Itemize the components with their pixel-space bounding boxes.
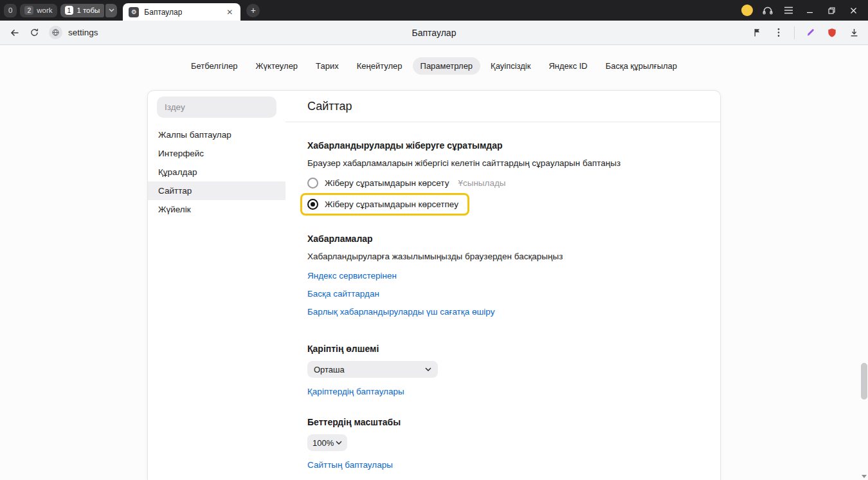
notification-requests-description: Браузер хабарламаларын жібергісі келетін… xyxy=(307,158,698,168)
tab-group-work[interactable]: 2 work xyxy=(20,4,57,17)
recommended-hint: Ұсынылады xyxy=(458,178,505,188)
window-restore-button[interactable] xyxy=(820,0,842,21)
nav-settings[interactable]: Параметрлер xyxy=(413,57,481,75)
settings-search-input[interactable] xyxy=(157,97,276,118)
scrollbar-down-arrow-icon[interactable] xyxy=(862,475,867,478)
sidebar-item-general[interactable]: Жалпы баптаулар xyxy=(148,125,285,144)
tab-group-zero-count: 0 xyxy=(8,6,12,14)
sidebar-search xyxy=(148,97,285,118)
page-zoom-heading: Беттердің масштабы xyxy=(307,417,698,427)
tabbar-right-cluster xyxy=(737,0,864,21)
nav-extensions[interactable]: Кеңейтулер xyxy=(349,57,410,75)
tab-group-active-label: 1 тобы xyxy=(77,6,100,14)
title-divider xyxy=(285,122,720,122)
avatar-icon xyxy=(741,5,753,16)
nav-history[interactable]: Тарих xyxy=(308,57,347,75)
tab-group-active-count: 1 xyxy=(65,6,74,15)
sidebar-item-interface[interactable]: Интерфейс xyxy=(148,144,285,163)
sidebar-list: Жалпы баптаулар Интерфейс Құралдар Сайтт… xyxy=(148,125,285,219)
headphones-button[interactable] xyxy=(757,0,778,21)
bookmark-flag-icon xyxy=(752,28,762,37)
bookmark-button[interactable] xyxy=(748,24,766,42)
back-arrow-icon xyxy=(10,28,20,38)
toolbar-page-title: Баптаулар xyxy=(412,28,457,38)
browser-toolbar: settings Баптаулар xyxy=(0,21,868,45)
scrollbar-thumb[interactable] xyxy=(861,363,867,400)
kebab-menu-icon xyxy=(777,28,780,37)
profile-avatar[interactable] xyxy=(737,0,757,21)
tab-group-zero[interactable]: 0 xyxy=(4,4,17,17)
sidebar-item-tools[interactable]: Құралдар xyxy=(148,163,285,181)
close-icon xyxy=(850,7,857,14)
settings-card: Жалпы баптаулар Интерфейс Құралдар Сайтт… xyxy=(147,90,721,480)
back-button[interactable] xyxy=(5,23,24,42)
tab-group-work-count: 2 xyxy=(24,6,33,15)
tab-group-work-label: work xyxy=(37,6,52,14)
nav-security[interactable]: Қауіпсіздік xyxy=(483,57,538,75)
new-tab-button[interactable]: + xyxy=(246,4,260,17)
settings-top-nav: Бетбелгілер Жүктеулер Тарих Кеңейтулер П… xyxy=(0,45,868,75)
browser-window: 0 2 work 1 1 тобы ⚙ Баптаулар ✕ + xyxy=(0,0,868,480)
nav-bookmarks[interactable]: Бетбелгілер xyxy=(183,57,246,75)
link-font-settings[interactable]: Қаріптердің баптаулары xyxy=(307,387,404,396)
address-text: settings xyxy=(68,28,98,37)
radio-checked-icon[interactable] xyxy=(307,199,318,210)
tab-close-icon[interactable]: ✕ xyxy=(224,7,235,17)
tab-settings[interactable]: ⚙ Баптаулар ✕ xyxy=(123,3,240,21)
tab-bar: 0 2 work 1 1 тобы ⚙ Баптаулар ✕ + xyxy=(0,0,868,21)
chevron-down-icon xyxy=(425,367,431,371)
nav-other-devices[interactable]: Басқа құрылғылар xyxy=(598,57,685,75)
chevron-down-icon xyxy=(109,8,114,12)
browser-menu-button[interactable] xyxy=(778,0,799,21)
nav-downloads[interactable]: Жүктеулер xyxy=(248,57,306,75)
window-close-button[interactable] xyxy=(842,0,864,21)
sidebar-item-system[interactable]: Жүйелік xyxy=(148,200,285,219)
window-minimize-button[interactable] xyxy=(799,0,820,21)
notifications-heading: Хабарламалар xyxy=(307,234,698,244)
radio-option-hide-label: Жіберу сұратымдарын көрсетпеу xyxy=(325,199,458,209)
more-menu-button[interactable] xyxy=(770,24,788,42)
radio-option-hide-requests[interactable]: Жіберу сұратымдарын көрсетпеу xyxy=(307,199,458,210)
edit-pen-button[interactable] xyxy=(801,24,819,42)
tab-group-active[interactable]: 1 1 тобы xyxy=(60,4,105,17)
download-icon xyxy=(849,28,859,37)
toolbar-right-cluster xyxy=(748,24,863,42)
radio-option-show-label: Жіберу сұратымдарын көрсету xyxy=(325,178,449,188)
radio-unchecked-icon[interactable] xyxy=(307,178,318,189)
settings-gear-favicon-icon: ⚙ xyxy=(129,7,139,17)
refresh-icon xyxy=(30,28,39,37)
radio-option-show-requests[interactable]: Жіберу сұратымдарын көрсету Ұсынылады xyxy=(307,178,698,189)
link-other-sites[interactable]: Басқа сайттардан xyxy=(307,289,379,299)
settings-page: Бетбелгілер Жүктеулер Тарих Кеңейтулер П… xyxy=(0,45,868,480)
notifications-description: Хабарландыруларға жазылымыңызды браузерд… xyxy=(307,252,698,261)
download-button[interactable] xyxy=(845,24,863,42)
settings-sidebar: Жалпы баптаулар Интерфейс Құралдар Сайтт… xyxy=(148,91,285,480)
link-mute-all-3h[interactable]: Барлық хабарландыруларды үш сағатқа өшір… xyxy=(307,307,494,317)
page-zoom-value: 100% xyxy=(312,438,334,448)
nav-yandex-id[interactable]: Яндекс ID xyxy=(541,57,595,75)
page-title: Сайттар xyxy=(307,100,698,113)
site-globe-icon xyxy=(49,26,62,39)
tab-title: Баптаулар xyxy=(144,8,182,17)
tab-group-chevron-button[interactable] xyxy=(105,4,117,17)
chevron-down-icon xyxy=(336,441,342,445)
link-site-settings[interactable]: Сайттың баптаулары xyxy=(307,460,393,470)
sidebar-item-sites[interactable]: Сайттар xyxy=(148,181,285,200)
protect-shield-icon xyxy=(827,28,837,38)
minimize-icon xyxy=(806,7,813,14)
edit-pen-icon xyxy=(806,28,815,37)
headphones-icon xyxy=(763,6,773,15)
address-bar[interactable]: settings xyxy=(49,26,98,39)
toolbar-divider xyxy=(794,26,795,39)
link-yandex-services[interactable]: Яндекс сервистерінен xyxy=(307,271,397,281)
page-zoom-select[interactable]: 100% xyxy=(307,434,347,451)
font-size-select[interactable]: Орташа xyxy=(307,361,438,378)
highlight-box: Жіберу сұратымдарын көрсетпеу xyxy=(300,193,469,216)
font-size-heading: Қаріптің өлшемі xyxy=(307,344,698,354)
restore-icon xyxy=(828,7,835,14)
settings-panel: Сайттар Хабарландыруларды жіберуге сұрат… xyxy=(285,91,720,480)
refresh-button[interactable] xyxy=(24,23,44,42)
hamburger-menu-icon xyxy=(784,6,793,14)
font-size-value: Орташа xyxy=(314,365,345,374)
protect-button[interactable] xyxy=(823,24,841,42)
